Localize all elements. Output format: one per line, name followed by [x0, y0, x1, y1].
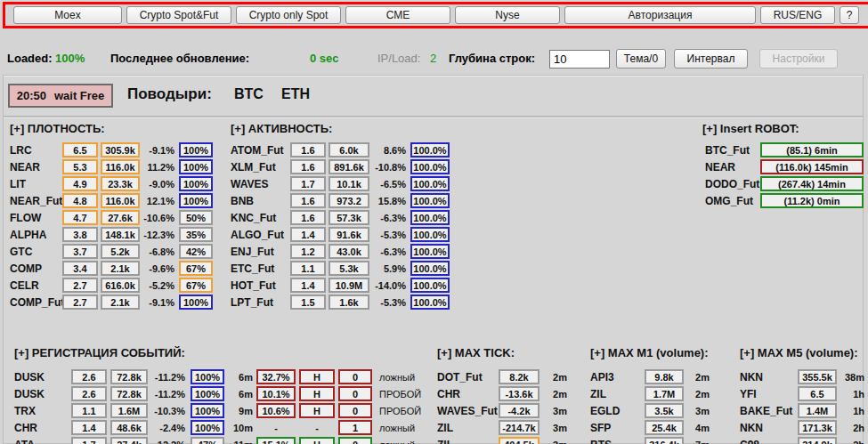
ticker-label[interactable]: NEAR	[10, 161, 60, 174]
percent-box[interactable]: 100.0%	[410, 159, 450, 174]
activity-value-box[interactable]: 1.2	[290, 244, 326, 259]
robot-value-box[interactable]: (267.4k) 14min	[760, 176, 864, 191]
m1-volume-box[interactable]: 9.8k	[645, 369, 684, 384]
volume-value-box[interactable]: 5.3k	[329, 261, 369, 276]
percent-box[interactable]: 100%	[179, 159, 213, 174]
volume-value-box[interactable]: 27.6k	[101, 210, 140, 225]
percent-box[interactable]: 100%	[191, 386, 224, 401]
ticker-label[interactable]: NEAR_Fut	[10, 195, 60, 207]
guide-btc[interactable]: BTC	[234, 86, 264, 102]
ticker-label[interactable]: NEAR	[705, 161, 758, 174]
interval-button[interactable]: Интервал	[674, 49, 748, 69]
ticker-label[interactable]: ZIL	[437, 422, 494, 434]
density-value-box[interactable]: 3.8	[62, 227, 98, 242]
ticker-label[interactable]: CELR	[10, 279, 60, 292]
ticker-label[interactable]: OMG_Fut	[705, 195, 758, 207]
guide-eth[interactable]: ETH	[281, 86, 310, 102]
ticker-label[interactable]: BNB	[231, 195, 288, 207]
tick-value-box[interactable]: 8.2k	[499, 369, 539, 384]
ticker-label[interactable]: GTC	[10, 246, 60, 258]
activity-section-header[interactable]: [+] АКТИВНОСТЬ:	[231, 122, 450, 135]
percent-box[interactable]: 67%	[179, 261, 213, 276]
ticker-label[interactable]: FLOW	[10, 212, 60, 224]
event-percent-box[interactable]: 10.6%	[256, 403, 296, 418]
ticker-label[interactable]: XLM_Fut	[231, 161, 288, 174]
wait-timer-button[interactable]: 20:50 wait Free	[8, 84, 113, 108]
max-m5-section-header[interactable]: [+] MAX M5 (volume):	[740, 346, 864, 359]
market-button-crypto-spot-fut[interactable]: Crypto Spot&Fut	[126, 6, 231, 24]
event-level-box[interactable]: -	[299, 420, 335, 435]
activity-value-box[interactable]: 1.5	[290, 295, 326, 310]
density-value-box[interactable]: 2.6	[71, 369, 107, 384]
percent-box[interactable]: 50%	[179, 210, 213, 225]
tick-value-box[interactable]: -13.6k	[499, 386, 539, 401]
activity-value-box[interactable]: 1.7	[290, 176, 326, 191]
percent-box[interactable]: 100.0%	[410, 210, 450, 225]
help-button[interactable]: ?	[840, 6, 859, 24]
ticker-label[interactable]: CHR	[437, 388, 494, 400]
m5-volume-box[interactable]: 214.9k	[798, 437, 837, 444]
volume-value-box[interactable]: 5.2k	[101, 244, 140, 259]
robot-value-box[interactable]: (116.0k) 145min	[760, 159, 864, 174]
volume-value-box[interactable]: 27.4k	[110, 437, 148, 444]
ticker-label[interactable]: ATA	[14, 439, 68, 444]
percent-box[interactable]: 100.0%	[410, 261, 450, 276]
ticker-label[interactable]: HOT_Fut	[231, 279, 288, 292]
market-button-nyse[interactable]: Nyse	[455, 6, 560, 24]
event-percent-box[interactable]: -	[256, 420, 296, 435]
volume-value-box[interactable]: 2.1k	[101, 261, 140, 276]
ticker-label[interactable]: WAVES	[231, 178, 288, 190]
density-value-box[interactable]: 1.1	[71, 403, 107, 418]
ticker-label[interactable]: LPT_Fut	[231, 296, 288, 309]
percent-box[interactable]: 100%	[191, 420, 224, 435]
activity-value-box[interactable]: 1.4	[290, 227, 326, 242]
m5-volume-box[interactable]: 171.3k	[798, 420, 837, 435]
ticker-label[interactable]: ATOM_Fut	[231, 144, 288, 157]
event-count-box[interactable]: 0	[338, 369, 372, 384]
volume-value-box[interactable]: 23.3k	[101, 176, 140, 191]
m5-volume-box[interactable]: 1.4M	[798, 403, 837, 418]
language-toggle-button[interactable]: RUS/ENG	[760, 6, 835, 24]
density-value-box[interactable]: 4.8	[62, 193, 98, 208]
robot-value-box[interactable]: (11.2k) 0min	[760, 193, 864, 208]
volume-value-box[interactable]: 91.6k	[329, 227, 369, 242]
event-count-box[interactable]: 0	[338, 437, 372, 444]
tick-value-box[interactable]: -214.7k	[499, 420, 539, 435]
market-button-crypto-only-spot[interactable]: Crypto only Spot	[236, 6, 341, 24]
ticker-label[interactable]: LIT	[10, 178, 60, 190]
volume-value-box[interactable]: 305.9k	[101, 142, 140, 157]
ticker-label[interactable]: ENJ_Fut	[231, 246, 288, 258]
volume-value-box[interactable]: 57.3k	[329, 210, 369, 225]
percent-box[interactable]: 100%	[179, 295, 213, 310]
density-value-box[interactable]: 2.6	[71, 386, 107, 401]
m5-volume-box[interactable]: 6.5	[798, 386, 837, 401]
ticker-label[interactable]: DOT_Fut	[437, 371, 494, 383]
ticker-label[interactable]: CHR	[14, 422, 68, 434]
percent-box[interactable]: 100.0%	[410, 227, 450, 242]
ticker-label[interactable]: TRX	[14, 405, 68, 417]
ticker-label[interactable]: ZIL	[437, 439, 494, 444]
ticker-label[interactable]: NKN	[740, 371, 793, 383]
ticker-label[interactable]: C98	[740, 439, 793, 444]
ticker-label[interactable]: DODO_Fut	[705, 178, 758, 190]
volume-value-box[interactable]: 1.6k	[329, 295, 369, 310]
density-value-box[interactable]: 1.4	[71, 420, 107, 435]
event-count-box[interactable]: 1	[338, 420, 372, 435]
volume-value-box[interactable]: 116.0k	[101, 159, 140, 174]
volume-value-box[interactable]: 148.1k	[101, 227, 140, 242]
volume-value-box[interactable]: 891.6k	[329, 159, 369, 174]
ticker-label[interactable]: KNC_Fut	[231, 212, 288, 224]
volume-value-box[interactable]: 6.0k	[329, 142, 369, 157]
ticker-label[interactable]: BTS	[590, 439, 640, 444]
m1-volume-box[interactable]: 3.5k	[645, 403, 684, 418]
percent-box[interactable]: 100.0%	[410, 142, 450, 157]
percent-box[interactable]: 100%	[191, 369, 224, 384]
events-section-header[interactable]: [+] РЕГИСТРАЦИЯ СОБЫТИЙ:	[14, 346, 433, 359]
robot-value-box[interactable]: (85.1) 6min	[760, 142, 864, 157]
volume-value-box[interactable]: 43.0k	[329, 244, 369, 259]
percent-box[interactable]: 35%	[179, 227, 213, 242]
ticker-label[interactable]: DUSK	[14, 388, 68, 400]
m5-volume-box[interactable]: 355.5k	[798, 369, 837, 384]
percent-box[interactable]: 100.0%	[410, 193, 450, 208]
density-value-box[interactable]: 4.9	[62, 176, 98, 191]
